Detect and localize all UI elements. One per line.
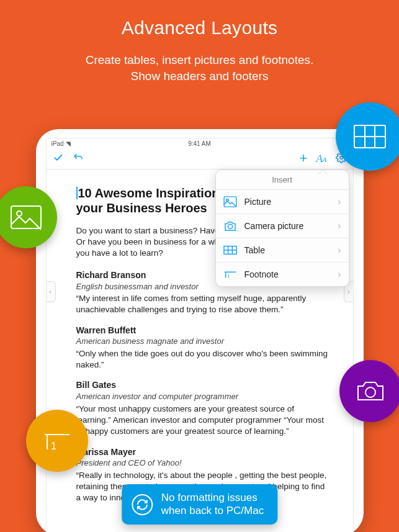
promo-title: Advanced Layouts	[0, 17, 399, 38]
insert-item-label: Picture	[244, 197, 272, 207]
pill-line2: when back to PC/Mac	[161, 505, 264, 516]
undo-button[interactable]	[73, 152, 84, 165]
editor-toolbar: + AA	[47, 149, 353, 169]
ipad-device-frame: iPad ◥ 9:41 AM + AA	[36, 129, 364, 532]
insert-button[interactable]: +	[300, 151, 308, 165]
insert-footnote-item[interactable]: 1 Footnote ›	[216, 263, 349, 286]
footnote-icon: 1	[41, 428, 73, 453]
table-icon	[353, 124, 387, 149]
svg-point-3	[228, 224, 232, 228]
pill-line1: No formatting issues	[161, 492, 258, 503]
person-role: President and CEO of Yahoo!	[76, 458, 328, 469]
svg-text:1: 1	[51, 441, 56, 451]
refresh-icon	[132, 494, 153, 515]
person-quote: “My interest in life comes from setting …	[76, 293, 328, 315]
status-device-label: iPad ◥	[52, 140, 71, 147]
checkmark-icon	[53, 152, 64, 163]
camera-icon	[223, 220, 237, 232]
insert-item-label: Table	[244, 245, 265, 255]
prev-page-handle[interactable]: ‹	[46, 281, 56, 302]
person-name: Warren Buffett	[76, 325, 328, 336]
svg-point-20	[365, 387, 375, 397]
person-quote: “Only when the tide goes out do you disc…	[76, 348, 328, 371]
insert-item-label: Footnote	[244, 269, 279, 279]
person-block: Warren Buffett American business magnate…	[76, 325, 328, 371]
promo-header: Advanced Layouts Create tables, insert p…	[0, 0, 399, 84]
camera-icon	[354, 379, 387, 404]
person-name: Bill Gates	[76, 379, 328, 391]
insert-item-label: Camera picture	[244, 221, 304, 231]
confirm-button[interactable]	[53, 152, 64, 165]
insert-popover: Insert Picture › Camera picture › T	[215, 169, 349, 287]
insert-picture-item[interactable]: Picture ›	[216, 190, 349, 214]
footnote-icon: 1	[223, 269, 237, 280]
promo-subtitle-line1: Create tables, insert pictures and footn…	[86, 53, 314, 66]
promo-subtitle-line2: Show headers and footers	[131, 70, 269, 83]
picture-icon	[10, 205, 42, 230]
person-role: American business magnate and investor	[76, 336, 328, 347]
feature-camera-badge	[339, 360, 399, 422]
chevron-right-icon: ›	[338, 196, 341, 207]
sync-info-pill: No formatting issues when back to PC/Mac	[122, 484, 277, 525]
pill-text: No formatting issues when back to PC/Mac	[161, 492, 264, 517]
insert-camera-picture-item[interactable]: Camera picture ›	[216, 214, 349, 238]
wifi-icon: ◥	[65, 140, 71, 147]
person-name: Marissa Mayer	[76, 446, 328, 458]
ipad-screen: iPad ◥ 9:41 AM + AA	[46, 138, 354, 532]
insert-table-item[interactable]: Table ›	[216, 238, 349, 263]
feature-table-badge	[336, 102, 399, 171]
chevron-right-icon: ›	[338, 220, 341, 232]
undo-icon	[73, 152, 84, 163]
table-icon	[223, 245, 237, 256]
insert-popover-title: Insert	[216, 170, 349, 190]
status-device-text: iPad	[52, 140, 64, 147]
text-format-button[interactable]: AA	[316, 153, 326, 164]
picture-icon	[223, 196, 237, 207]
person-quote: “Your most unhappy customers are your gr…	[76, 404, 328, 438]
promo-subtitle: Create tables, insert pictures and footn…	[0, 52, 399, 84]
chevron-right-icon: ›	[338, 245, 341, 256]
feature-footnote-badge: 1	[26, 410, 88, 472]
person-role: American investor and computer programme…	[76, 391, 328, 402]
chevron-right-icon: ›	[338, 269, 341, 280]
svg-text:1: 1	[227, 274, 230, 279]
person-block: Bill Gates American investor and compute…	[76, 379, 328, 437]
status-bar: iPad ◥ 9:41 AM	[47, 138, 353, 149]
svg-point-16	[17, 211, 22, 216]
status-time: 9:41 AM	[188, 140, 211, 147]
